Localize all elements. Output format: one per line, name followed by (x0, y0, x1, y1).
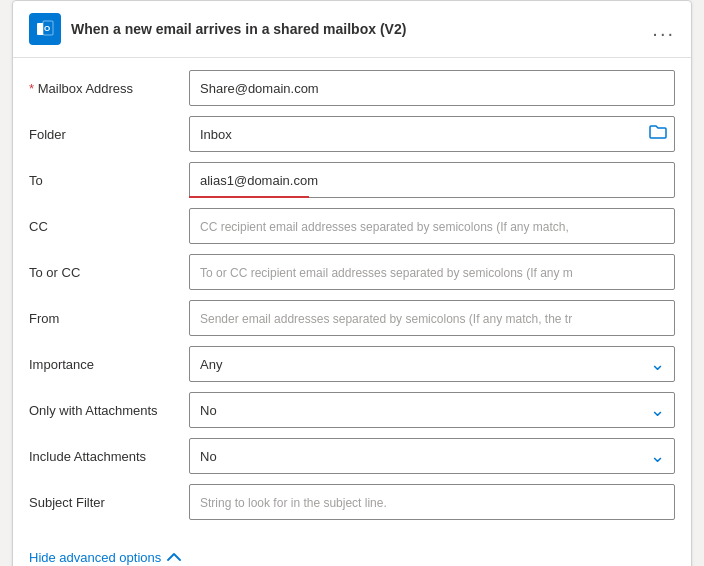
from-label: From (29, 311, 189, 326)
to-or-cc-label: To or CC (29, 265, 189, 280)
cc-row: CC (29, 208, 675, 244)
include-attachments-select[interactable]: No Yes (189, 438, 675, 474)
folder-label: Folder (29, 127, 189, 142)
hide-advanced-label: Hide advanced options (29, 550, 161, 565)
importance-label: Importance (29, 357, 189, 372)
from-input[interactable] (189, 300, 675, 336)
only-with-attachments-row: Only with Attachments No Yes ⌄ (29, 392, 675, 428)
subject-filter-input[interactable] (189, 484, 675, 520)
from-row: From (29, 300, 675, 336)
cc-label: CC (29, 219, 189, 234)
to-input[interactable] (189, 162, 675, 198)
include-attachments-select-wrapper: No Yes ⌄ (189, 438, 675, 474)
form-body: * Mailbox Address Folder To (13, 58, 691, 542)
importance-row: Importance Any Low Normal High ⌄ (29, 346, 675, 382)
to-error-underline (189, 196, 309, 198)
mailbox-address-label: * Mailbox Address (29, 81, 189, 96)
trigger-card: O When a new email arrives in a shared m… (12, 0, 692, 566)
importance-select[interactable]: Any Low Normal High (189, 346, 675, 382)
mailbox-address-row: * Mailbox Address (29, 70, 675, 106)
to-or-cc-input[interactable] (189, 254, 675, 290)
hide-advanced-options-button[interactable]: Hide advanced options (29, 550, 675, 565)
importance-select-wrapper: Any Low Normal High ⌄ (189, 346, 675, 382)
subject-filter-label: Subject Filter (29, 495, 189, 510)
subject-filter-row: Subject Filter (29, 484, 675, 520)
to-row: To (29, 162, 675, 198)
include-attachments-row: Include Attachments No Yes ⌄ (29, 438, 675, 474)
folder-input-wrapper (189, 116, 675, 152)
to-label: To (29, 173, 189, 188)
header-left: O When a new email arrives in a shared m… (29, 13, 406, 45)
more-options-button[interactable]: ... (652, 18, 675, 41)
mailbox-address-input[interactable] (189, 70, 675, 106)
card-header: O When a new email arrives in a shared m… (13, 1, 691, 58)
include-attachments-label: Include Attachments (29, 449, 189, 464)
folder-row: Folder (29, 116, 675, 152)
card-title: When a new email arrives in a shared mai… (71, 21, 406, 37)
only-with-attachments-label: Only with Attachments (29, 403, 189, 418)
to-input-wrapper (189, 162, 675, 198)
only-with-attachments-select-wrapper: No Yes ⌄ (189, 392, 675, 428)
chevron-up-icon (167, 550, 181, 565)
only-with-attachments-select[interactable]: No Yes (189, 392, 675, 428)
to-or-cc-row: To or CC (29, 254, 675, 290)
svg-text:O: O (44, 24, 50, 33)
cc-input[interactable] (189, 208, 675, 244)
folder-input[interactable] (189, 116, 675, 152)
outlook-icon: O (29, 13, 61, 45)
